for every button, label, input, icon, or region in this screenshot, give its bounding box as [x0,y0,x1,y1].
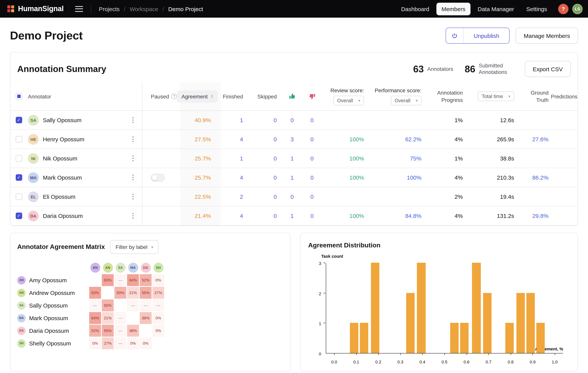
annotator-name[interactable]: Eli Opossum [43,193,75,200]
row-menu-icon[interactable] [132,139,133,140]
matrix-row-name: Andrew Opossum [29,289,75,296]
select-all-checkbox[interactable] [15,93,22,100]
review-score-value[interactable]: 100% [349,155,364,162]
ground-truth-value[interactable]: 27.6% [532,136,549,142]
review-score-value[interactable]: 100% [349,174,364,181]
histogram-bar [371,263,379,353]
performance-score-value[interactable]: 62.2% [405,136,421,142]
nav-item-data-manager[interactable]: Data Manager [472,2,519,15]
row-checkbox[interactable] [15,117,22,123]
brand-logo[interactable]: HumanSignal [7,5,63,13]
column-agreement-sort[interactable]: Agreement ↑ [177,90,218,102]
matrix-cell: 64% [127,274,139,286]
skipped-count[interactable]: 0 [273,117,277,123]
performance-score-value[interactable]: 100% [407,174,421,181]
finished-count[interactable]: 2 [240,193,243,200]
row-checkbox[interactable] [15,155,22,162]
ground-truth-value[interactable]: 29.8% [532,213,549,219]
paused-help-icon[interactable]: ? [171,94,177,99]
row-menu-icon[interactable] [132,119,133,121]
matrix-cell: — [127,299,139,311]
rejected-count[interactable]: 0 [310,117,314,123]
accepted-count[interactable]: 1 [291,174,294,181]
row-menu-icon[interactable] [132,215,133,216]
rejected-count[interactable]: 0 [310,155,314,162]
x-tick-label: 0.0 [331,360,337,364]
breadcrumb-item[interactable]: Demo Project [168,6,203,12]
skipped-count[interactable]: 0 [273,136,277,142]
annotation-summary-card: Annotation Summary 63 Annotators86 Submi… [10,52,578,226]
x-tick-mark [466,353,467,355]
total-time-value: 12.6s [500,117,514,123]
nav-item-dashboard[interactable]: Dashboard [396,2,434,15]
nav-divider [91,4,91,13]
performance-score-select[interactable]: Overall ▾ [391,96,421,105]
matrix-row-avatar: AN [17,276,26,284]
agreement-value: 21.4% [195,213,211,219]
nav-left: HumanSignal Projects/Workspace/Demo Proj… [7,4,203,13]
matrix-cell: 21% [102,312,114,324]
row-checkbox[interactable] [15,136,22,142]
skipped-count[interactable]: 0 [273,213,277,219]
total-time-value: 38.8s [500,155,514,162]
finished-count[interactable]: 1 [240,117,243,123]
column-paused: Paused [151,93,169,99]
x-tick-label: 0.2 [375,360,381,364]
matrix-cell [152,337,164,349]
performance-score-value[interactable]: 84.8% [405,213,421,219]
annotator-avatar: MA [28,172,39,183]
accepted-count[interactable]: 3 [291,136,294,142]
row-checkbox[interactable] [15,213,22,219]
skipped-count[interactable]: 0 [273,193,277,200]
review-score-value[interactable]: 100% [349,136,364,142]
matrix-cell: 0% [152,312,164,324]
nav-item-members[interactable]: Members [436,2,470,15]
annotator-name[interactable]: Daria Opossum [43,213,83,219]
y-tick-mark [324,293,326,293]
manage-members-button[interactable]: Manage Members [516,28,578,44]
matrix-cell: 0% [152,274,164,286]
breadcrumb-item[interactable]: Projects [99,6,119,12]
user-avatar[interactable]: LS [572,4,583,14]
matrix-row-avatar: DA [17,327,26,335]
accepted-count[interactable]: 1 [291,155,294,162]
nav-menu: DashboardMembersData ManagerSettings [396,2,552,15]
total-time-select[interactable]: Total time ▾ [478,92,514,101]
annotator-name[interactable]: Mark Opossum [43,174,82,181]
column-ground-truth: Ground Truth [525,89,549,103]
skipped-count[interactable]: 0 [273,174,277,181]
rejected-count[interactable]: 0 [310,174,314,181]
column-finished: Finished [223,93,243,99]
help-button[interactable]: ? [558,4,568,14]
performance-score-value[interactable]: 75% [410,155,421,162]
export-csv-button[interactable]: Export CSV [525,61,571,77]
row-checkbox[interactable] [15,193,22,200]
row-menu-icon[interactable] [132,177,133,178]
paused-toggle[interactable] [151,174,165,181]
row-checkbox[interactable] [15,174,22,181]
rejected-count[interactable]: 0 [310,136,314,142]
skipped-count[interactable]: 0 [273,155,277,162]
finished-count[interactable]: 4 [240,213,243,219]
row-menu-icon[interactable] [132,196,133,197]
ground-truth-value[interactable]: 86.2% [532,174,549,181]
review-score-value[interactable]: 100% [349,213,364,219]
review-score-select[interactable]: Overall ▾ [333,96,364,105]
row-menu-icon[interactable] [132,158,133,159]
nav-item-settings[interactable]: Settings [521,2,552,15]
annotator-name[interactable]: Nik Opossum [43,155,77,162]
filter-by-label-select[interactable]: Filter by label ▾ [110,240,159,254]
annotator-name[interactable]: Sally Opossum [43,117,82,123]
finished-count[interactable]: 4 [240,136,243,142]
finished-count[interactable]: 1 [240,155,243,162]
accepted-count[interactable]: 0 [291,117,294,123]
accepted-count[interactable]: 1 [291,213,294,219]
finished-count[interactable]: 4 [240,174,243,181]
annotator-name[interactable]: Henry Opossum [43,136,84,142]
rejected-count[interactable]: 0 [310,193,314,200]
unpublish-button[interactable]: Unpublish [446,28,510,44]
rejected-count[interactable]: 0 [310,213,314,219]
accepted-count[interactable]: 0 [291,193,294,200]
hamburger-menu-icon[interactable] [75,6,83,12]
breadcrumb-item[interactable]: Workspace [130,6,158,12]
